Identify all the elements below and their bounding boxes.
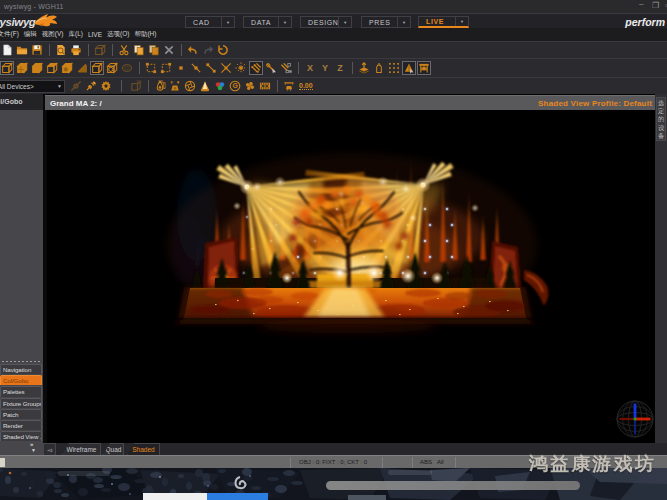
cube-solid-icon[interactable]: [30, 61, 44, 75]
cross-lines-icon[interactable]: [219, 61, 233, 75]
menu-item-4[interactable]: LIVE: [85, 31, 104, 38]
selected-fixtures-tab[interactable]: 选定的设备: [656, 97, 666, 141]
view-tab-wireframe[interactable]: Wireframe: [62, 443, 101, 455]
mode-tab-label: LIVE: [419, 18, 455, 25]
view-tab-quad[interactable]: Quad: [103, 443, 124, 455]
beam-cursor-icon[interactable]: [264, 61, 278, 75]
cube-sphere-icon[interactable]: [105, 61, 119, 75]
copy-icon[interactable]: [132, 43, 146, 57]
undo-icon[interactable]: [186, 43, 200, 57]
frame-nodes-icon[interactable]: [144, 61, 158, 75]
connector-icon[interactable]: [69, 79, 83, 93]
mode-tab-arrow-icon[interactable]: ▼: [221, 17, 234, 27]
axis-z-icon[interactable]: Z: [333, 61, 347, 75]
print-icon[interactable]: [69, 43, 83, 57]
frame-nodes-icon-glyph: [145, 62, 157, 74]
package-icon[interactable]: [93, 43, 107, 57]
hoist-icon[interactable]: [282, 79, 296, 93]
refresh-icon[interactable]: [216, 43, 230, 57]
paste-icon[interactable]: [147, 43, 161, 57]
cube-dash-icon[interactable]: [90, 61, 104, 75]
mode-tab-cad[interactable]: CAD▼: [185, 16, 235, 28]
iris-icon[interactable]: [183, 79, 197, 93]
menu-item-5[interactable]: 选项(O): [105, 30, 132, 39]
sidebar-button-col-gobo[interactable]: Col/Gobo: [0, 375, 42, 385]
view-tab-shaded[interactable]: Shaded: [127, 443, 160, 455]
sidebar-button-render[interactable]: Render: [0, 420, 42, 430]
tab-scroll-left-button[interactable]: ◅: [43, 443, 56, 455]
beam-hatch-icon[interactable]: [249, 61, 263, 75]
line-point-icon[interactable]: [189, 61, 203, 75]
shaded-viewport[interactable]: Grand MA 2: / Shaded View Profile: Defau…: [47, 94, 655, 455]
cube-pie-icon[interactable]: [60, 61, 74, 75]
minimize-button[interactable]: –: [639, 0, 643, 8]
redo-icon[interactable]: [201, 43, 215, 57]
wysiwyg-logo: wysiwyg: [0, 16, 36, 28]
maximize-button[interactable]: ❐: [652, 1, 659, 10]
menu-item-6[interactable]: 帮助(H): [132, 30, 159, 39]
device-selector-dropdown[interactable]: <All Devices> ▼: [0, 80, 65, 93]
line-point2-icon[interactable]: [204, 61, 218, 75]
save-icon[interactable]: [30, 43, 44, 57]
dmx-icon[interactable]: 100: [129, 79, 143, 93]
layer-raise-icon[interactable]: [357, 61, 371, 75]
taskbar-blue-segment: [207, 493, 268, 500]
filmstrip-icon[interactable]: [258, 79, 272, 93]
axis-x-icon[interactable]: X: [303, 61, 317, 75]
cube-faces-icon[interactable]: [15, 61, 29, 75]
gear-icon[interactable]: [99, 79, 113, 93]
mode-tab-arrow-icon[interactable]: ▼: [278, 17, 291, 27]
menu-item-3[interactable]: 库(L): [66, 30, 85, 39]
mode-tab-arrow-icon[interactable]: ▼: [338, 17, 351, 27]
toolbar-separator: [49, 44, 50, 56]
truss-table-icon[interactable]: [417, 61, 431, 75]
delete-icon[interactable]: [162, 43, 176, 57]
frame-nodes2-icon[interactable]: [159, 61, 173, 75]
cube-open-icon[interactable]: [45, 61, 59, 75]
open-folder-icon[interactable]: [15, 43, 29, 57]
rgb-circles-icon[interactable]: [213, 79, 227, 93]
axis-y-icon[interactable]: Y: [318, 61, 332, 75]
dot-grid-icon[interactable]: [387, 61, 401, 75]
wedge-icon[interactable]: [75, 61, 89, 75]
print-preview-icon[interactable]: [54, 43, 68, 57]
sun-point-icon[interactable]: [234, 61, 248, 75]
abs-mode-label: ABS: [420, 459, 432, 465]
stage-render: [47, 110, 655, 443]
object-count-label: OBJ : 0; FIXT : 0; CKT : 0: [299, 459, 367, 465]
gobo-g-icon[interactable]: G: [228, 79, 242, 93]
mode-tab-pres[interactable]: PRES▼: [361, 16, 411, 28]
ellipsoid-icon[interactable]: [120, 61, 134, 75]
mode-tab-data[interactable]: DATA▼: [243, 16, 292, 28]
fan-blades-icon[interactable]: [243, 79, 257, 93]
mode-tab-arrow-icon[interactable]: ▼: [455, 17, 468, 26]
svg-text:G: G: [233, 82, 238, 89]
beam-cone-icon[interactable]: [198, 79, 212, 93]
new-document-icon[interactable]: [0, 43, 14, 57]
sidebar-button-palettes[interactable]: Palettes: [0, 386, 42, 396]
spray-can-icon[interactable]: [372, 61, 386, 75]
mode-tab-live[interactable]: LIVE▼: [418, 16, 469, 28]
sidebar-button-navigation[interactable]: Navigation: [0, 364, 42, 374]
cube-open-icon-glyph: [46, 62, 58, 74]
toolbar-separator: [277, 80, 278, 92]
menu-item-1[interactable]: 编辑: [21, 30, 39, 39]
menu-item-0[interactable]: 文件(F): [0, 30, 21, 39]
mh-flame-icon[interactable]: 100: [153, 79, 167, 93]
point-icon[interactable]: [174, 61, 188, 75]
sidebar-button-patch[interactable]: Patch: [0, 409, 42, 419]
dmx-value-field[interactable]: 0.00: [299, 82, 313, 90]
overflow-down-icon[interactable]: ▼: [31, 447, 36, 453]
prism-cursor-icon[interactable]: [402, 61, 416, 75]
menu-item-2[interactable]: 视图(V): [39, 30, 66, 39]
mh-arrows-icon[interactable]: [168, 79, 182, 93]
sidebar-button-fixture-groups[interactable]: Fixture Groups: [0, 398, 42, 408]
sidebar-button-shaded-view[interactable]: Shaded View ...: [0, 431, 42, 441]
sidebar-grip[interactable]: [1, 360, 41, 363]
mode-tab-design[interactable]: DESIGN▼: [300, 16, 352, 28]
mode-tab-arrow-icon[interactable]: ▼: [397, 17, 410, 27]
cut-icon[interactable]: [117, 43, 131, 57]
beam-group-icon[interactable]: [279, 61, 293, 75]
plug-icon[interactable]: [84, 79, 98, 93]
cube-wire-icon[interactable]: [0, 61, 14, 75]
